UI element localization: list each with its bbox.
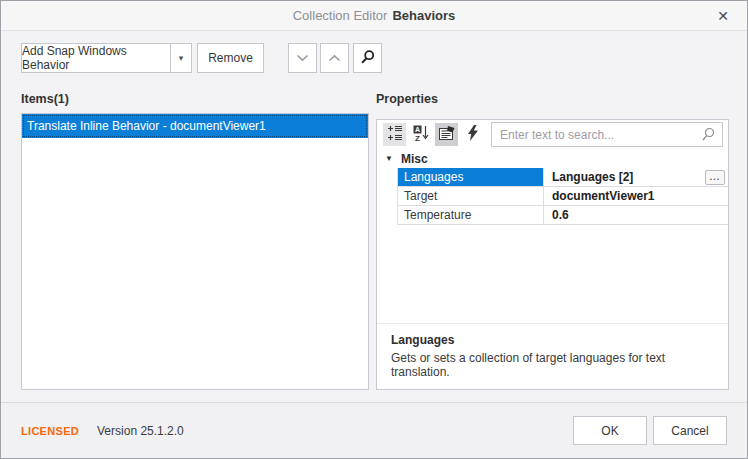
add-behavior-button[interactable]: Add Snap Windows Behavior bbox=[22, 44, 170, 72]
property-row-languages[interactable]: Languages Languages [2] ... bbox=[397, 168, 728, 187]
property-grid-panel: A Z bbox=[376, 119, 729, 390]
property-value-cell[interactable]: Languages [2] ... bbox=[544, 168, 728, 186]
collapse-arrow-icon[interactable]: ▼ bbox=[377, 154, 401, 163]
move-down-button[interactable] bbox=[288, 43, 317, 73]
property-description-panel: Languages Gets or sets a collection of t… bbox=[377, 323, 728, 389]
category-row-misc[interactable]: ▼ Misc bbox=[377, 149, 728, 168]
licensed-badge: LICENSED bbox=[21, 425, 79, 437]
cancel-button[interactable]: Cancel bbox=[653, 416, 727, 445]
title-bar: Collection Editor Behaviors ✕ bbox=[1, 1, 747, 31]
property-search bbox=[491, 122, 723, 147]
list-item[interactable]: Translate Inline Behavior - documentView… bbox=[22, 114, 368, 138]
add-behavior-split-button[interactable]: Add Snap Windows Behavior ▾ bbox=[21, 43, 192, 73]
chevron-up-icon bbox=[328, 51, 341, 65]
property-name-cell[interactable]: Target bbox=[398, 187, 544, 205]
version-label: Version 25.1.2.0 bbox=[97, 424, 184, 438]
footer-bar: LICENSED Version 25.1.2.0 OK Cancel bbox=[1, 402, 747, 458]
description-text: Gets or sets a collection of target lang… bbox=[391, 351, 714, 379]
property-value-cell[interactable]: 0.6 bbox=[544, 206, 728, 224]
svg-text:A: A bbox=[414, 126, 419, 133]
property-value-text: documentViewer1 bbox=[552, 189, 654, 203]
add-behavior-dropdown-arrow-icon[interactable]: ▾ bbox=[170, 44, 191, 72]
search-magnifier-icon bbox=[701, 127, 716, 145]
property-pages-icon bbox=[439, 125, 455, 144]
svg-text:Z: Z bbox=[415, 134, 420, 142]
remove-button[interactable]: Remove bbox=[197, 43, 264, 73]
magnifier-icon bbox=[360, 49, 376, 68]
items-panel-label: Items(1) bbox=[21, 92, 69, 106]
collection-editor-dialog: Collection Editor Behaviors ✕ Add Snap W… bbox=[0, 0, 748, 459]
close-button[interactable]: ✕ bbox=[709, 1, 737, 31]
move-up-button[interactable] bbox=[320, 43, 349, 73]
property-value-text: 0.6 bbox=[552, 208, 569, 222]
chevron-down-icon bbox=[296, 51, 309, 65]
find-button[interactable] bbox=[353, 43, 382, 73]
property-name-cell[interactable]: Languages bbox=[398, 168, 544, 186]
property-grid-toolbar: A Z bbox=[377, 120, 728, 149]
lightning-bolt-icon bbox=[467, 125, 479, 144]
ok-button[interactable]: OK bbox=[573, 416, 647, 445]
category-label: Misc bbox=[401, 152, 428, 166]
property-value-text: Languages [2] bbox=[552, 170, 633, 184]
events-button[interactable] bbox=[461, 123, 484, 146]
alphabetical-sort-icon: A Z bbox=[413, 125, 429, 144]
property-search-input[interactable] bbox=[491, 122, 723, 147]
dialog-title-name: Behaviors bbox=[392, 8, 455, 23]
property-pages-button[interactable] bbox=[435, 123, 458, 146]
description-title: Languages bbox=[391, 333, 714, 347]
categorized-icon bbox=[387, 125, 403, 144]
property-row-temperature[interactable]: Temperature 0.6 bbox=[397, 206, 728, 225]
categorized-view-button[interactable] bbox=[383, 123, 406, 146]
alphabetical-view-button[interactable]: A Z bbox=[409, 123, 432, 146]
properties-panel-label: Properties bbox=[376, 92, 438, 106]
ellipsis-button[interactable]: ... bbox=[705, 170, 725, 185]
property-name-cell[interactable]: Temperature bbox=[398, 206, 544, 224]
property-row-target[interactable]: Target documentViewer1 bbox=[397, 187, 728, 206]
list-item-label: Translate Inline Behavior - documentView… bbox=[27, 119, 266, 133]
items-listbox[interactable]: Translate Inline Behavior - documentView… bbox=[21, 113, 369, 390]
property-value-cell[interactable]: documentViewer1 bbox=[544, 187, 728, 205]
dialog-title-prefix: Collection Editor bbox=[293, 8, 388, 23]
